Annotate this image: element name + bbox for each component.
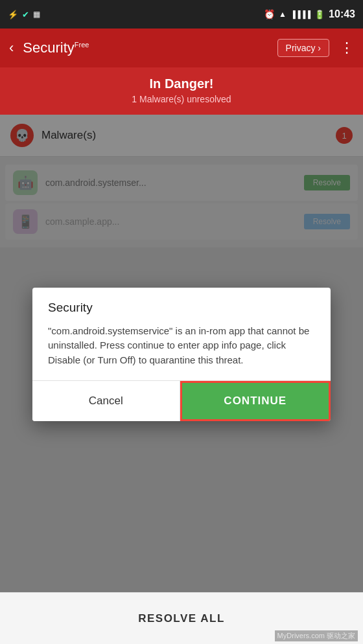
app-icon-1: ✔: [22, 10, 29, 19]
app-bar: ‹ SecurityFree Privacy › ⋮: [0, 29, 363, 67]
continue-button[interactable]: CONTINUE: [180, 381, 331, 421]
privacy-button[interactable]: Privacy ›: [277, 39, 329, 57]
dialog-body: "com.android.systemservice" is an in-rom…: [32, 321, 331, 381]
sim-icon: ▦: [33, 10, 40, 19]
dialog-title: Security: [32, 288, 331, 321]
battery-icon: 🔋: [314, 10, 325, 19]
watermark: MyDrivers.com 驱动之家: [275, 630, 358, 641]
more-menu-button[interactable]: ⋮: [340, 40, 354, 56]
danger-banner: In Danger! 1 Malware(s) unresolved: [0, 67, 363, 115]
status-left-icons: ⚡ ✔ ▦: [8, 10, 40, 19]
danger-subtitle: 1 Malware(s) unresolved: [0, 94, 363, 104]
status-bar: ⚡ ✔ ▦ ⏰ ▲ ▐▐▐▐ 🔋 10:43: [0, 0, 363, 29]
alarm-icon: ⏰: [264, 9, 275, 19]
app-title: SecurityFree: [23, 40, 270, 56]
time-display: 10:43: [329, 8, 355, 20]
main-content: 💀 Malware(s) 1 🤖 com.android.systemser..…: [0, 115, 363, 594]
dialog-overlay: Security "com.android.systemservice" is …: [0, 115, 363, 594]
usb-icon: ⚡: [8, 10, 18, 19]
dialog-actions: Cancel CONTINUE: [32, 380, 331, 421]
wifi-icon: ▲: [279, 10, 287, 19]
back-button[interactable]: ‹: [9, 40, 14, 56]
resolve-all-button[interactable]: RESOLVE ALL: [138, 612, 225, 625]
security-dialog: Security "com.android.systemservice" is …: [32, 288, 331, 422]
cancel-button[interactable]: Cancel: [32, 381, 180, 421]
signal-icon: ▐▐▐▐: [290, 10, 310, 18]
danger-title: In Danger!: [0, 76, 363, 91]
status-right-icons: ⏰ ▲ ▐▐▐▐ 🔋 10:43: [264, 8, 355, 20]
